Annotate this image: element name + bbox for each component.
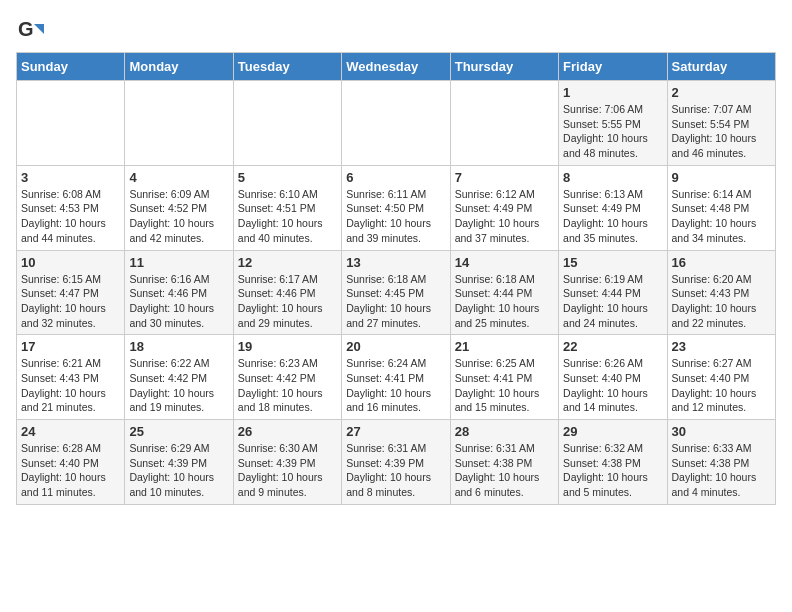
calendar-cell: 3Sunrise: 6:08 AMSunset: 4:53 PMDaylight… [17, 165, 125, 250]
day-number: 23 [672, 339, 771, 354]
calendar-cell: 23Sunrise: 6:27 AMSunset: 4:40 PMDayligh… [667, 335, 775, 420]
calendar-cell [125, 81, 233, 166]
day-number: 20 [346, 339, 445, 354]
calendar-cell: 2Sunrise: 7:07 AMSunset: 5:54 PMDaylight… [667, 81, 775, 166]
day-detail: Sunrise: 6:11 AMSunset: 4:50 PMDaylight:… [346, 188, 431, 244]
col-header-tuesday: Tuesday [233, 53, 341, 81]
day-detail: Sunrise: 6:23 AMSunset: 4:42 PMDaylight:… [238, 357, 323, 413]
calendar-week-2: 3Sunrise: 6:08 AMSunset: 4:53 PMDaylight… [17, 165, 776, 250]
calendar-cell: 10Sunrise: 6:15 AMSunset: 4:47 PMDayligh… [17, 250, 125, 335]
day-detail: Sunrise: 6:31 AMSunset: 4:39 PMDaylight:… [346, 442, 431, 498]
day-number: 4 [129, 170, 228, 185]
day-detail: Sunrise: 6:20 AMSunset: 4:43 PMDaylight:… [672, 273, 757, 329]
day-detail: Sunrise: 6:10 AMSunset: 4:51 PMDaylight:… [238, 188, 323, 244]
calendar-cell: 5Sunrise: 6:10 AMSunset: 4:51 PMDaylight… [233, 165, 341, 250]
day-number: 13 [346, 255, 445, 270]
day-detail: Sunrise: 6:15 AMSunset: 4:47 PMDaylight:… [21, 273, 106, 329]
day-detail: Sunrise: 6:26 AMSunset: 4:40 PMDaylight:… [563, 357, 648, 413]
calendar-cell [342, 81, 450, 166]
calendar-cell: 16Sunrise: 6:20 AMSunset: 4:43 PMDayligh… [667, 250, 775, 335]
day-number: 28 [455, 424, 554, 439]
header-row: SundayMondayTuesdayWednesdayThursdayFrid… [17, 53, 776, 81]
calendar-cell: 19Sunrise: 6:23 AMSunset: 4:42 PMDayligh… [233, 335, 341, 420]
day-detail: Sunrise: 6:18 AMSunset: 4:45 PMDaylight:… [346, 273, 431, 329]
calendar-cell: 15Sunrise: 6:19 AMSunset: 4:44 PMDayligh… [559, 250, 667, 335]
page-header: G [16, 16, 776, 44]
day-detail: Sunrise: 6:21 AMSunset: 4:43 PMDaylight:… [21, 357, 106, 413]
day-detail: Sunrise: 7:06 AMSunset: 5:55 PMDaylight:… [563, 103, 648, 159]
day-detail: Sunrise: 6:24 AMSunset: 4:41 PMDaylight:… [346, 357, 431, 413]
calendar-cell: 26Sunrise: 6:30 AMSunset: 4:39 PMDayligh… [233, 420, 341, 505]
day-number: 10 [21, 255, 120, 270]
col-header-sunday: Sunday [17, 53, 125, 81]
day-number: 19 [238, 339, 337, 354]
day-number: 25 [129, 424, 228, 439]
day-number: 30 [672, 424, 771, 439]
day-detail: Sunrise: 6:31 AMSunset: 4:38 PMDaylight:… [455, 442, 540, 498]
calendar-week-1: 1Sunrise: 7:06 AMSunset: 5:55 PMDaylight… [17, 81, 776, 166]
calendar-cell: 14Sunrise: 6:18 AMSunset: 4:44 PMDayligh… [450, 250, 558, 335]
day-detail: Sunrise: 6:30 AMSunset: 4:39 PMDaylight:… [238, 442, 323, 498]
col-header-wednesday: Wednesday [342, 53, 450, 81]
day-detail: Sunrise: 6:13 AMSunset: 4:49 PMDaylight:… [563, 188, 648, 244]
day-number: 5 [238, 170, 337, 185]
calendar-cell [450, 81, 558, 166]
calendar-week-5: 24Sunrise: 6:28 AMSunset: 4:40 PMDayligh… [17, 420, 776, 505]
day-number: 18 [129, 339, 228, 354]
day-number: 3 [21, 170, 120, 185]
day-detail: Sunrise: 6:17 AMSunset: 4:46 PMDaylight:… [238, 273, 323, 329]
calendar-cell [17, 81, 125, 166]
calendar-cell: 22Sunrise: 6:26 AMSunset: 4:40 PMDayligh… [559, 335, 667, 420]
day-detail: Sunrise: 7:07 AMSunset: 5:54 PMDaylight:… [672, 103, 757, 159]
col-header-monday: Monday [125, 53, 233, 81]
day-detail: Sunrise: 6:18 AMSunset: 4:44 PMDaylight:… [455, 273, 540, 329]
calendar-cell: 4Sunrise: 6:09 AMSunset: 4:52 PMDaylight… [125, 165, 233, 250]
day-detail: Sunrise: 6:27 AMSunset: 4:40 PMDaylight:… [672, 357, 757, 413]
col-header-friday: Friday [559, 53, 667, 81]
day-number: 6 [346, 170, 445, 185]
calendar-cell: 27Sunrise: 6:31 AMSunset: 4:39 PMDayligh… [342, 420, 450, 505]
day-number: 29 [563, 424, 662, 439]
svg-marker-1 [34, 24, 44, 34]
day-number: 15 [563, 255, 662, 270]
calendar-cell: 12Sunrise: 6:17 AMSunset: 4:46 PMDayligh… [233, 250, 341, 335]
logo-icon: G [16, 16, 44, 44]
calendar-cell: 1Sunrise: 7:06 AMSunset: 5:55 PMDaylight… [559, 81, 667, 166]
calendar-cell: 11Sunrise: 6:16 AMSunset: 4:46 PMDayligh… [125, 250, 233, 335]
calendar-cell: 6Sunrise: 6:11 AMSunset: 4:50 PMDaylight… [342, 165, 450, 250]
calendar-cell: 18Sunrise: 6:22 AMSunset: 4:42 PMDayligh… [125, 335, 233, 420]
calendar-week-3: 10Sunrise: 6:15 AMSunset: 4:47 PMDayligh… [17, 250, 776, 335]
calendar-week-4: 17Sunrise: 6:21 AMSunset: 4:43 PMDayligh… [17, 335, 776, 420]
day-number: 24 [21, 424, 120, 439]
day-number: 2 [672, 85, 771, 100]
col-header-thursday: Thursday [450, 53, 558, 81]
day-detail: Sunrise: 6:33 AMSunset: 4:38 PMDaylight:… [672, 442, 757, 498]
day-detail: Sunrise: 6:22 AMSunset: 4:42 PMDaylight:… [129, 357, 214, 413]
day-number: 1 [563, 85, 662, 100]
day-detail: Sunrise: 6:25 AMSunset: 4:41 PMDaylight:… [455, 357, 540, 413]
calendar-cell: 7Sunrise: 6:12 AMSunset: 4:49 PMDaylight… [450, 165, 558, 250]
calendar-cell: 29Sunrise: 6:32 AMSunset: 4:38 PMDayligh… [559, 420, 667, 505]
svg-text:G: G [18, 18, 34, 40]
day-number: 7 [455, 170, 554, 185]
day-number: 14 [455, 255, 554, 270]
day-detail: Sunrise: 6:32 AMSunset: 4:38 PMDaylight:… [563, 442, 648, 498]
calendar-cell: 9Sunrise: 6:14 AMSunset: 4:48 PMDaylight… [667, 165, 775, 250]
calendar-cell: 24Sunrise: 6:28 AMSunset: 4:40 PMDayligh… [17, 420, 125, 505]
calendar-cell: 20Sunrise: 6:24 AMSunset: 4:41 PMDayligh… [342, 335, 450, 420]
day-number: 9 [672, 170, 771, 185]
day-detail: Sunrise: 6:14 AMSunset: 4:48 PMDaylight:… [672, 188, 757, 244]
calendar-cell: 30Sunrise: 6:33 AMSunset: 4:38 PMDayligh… [667, 420, 775, 505]
day-number: 12 [238, 255, 337, 270]
day-number: 27 [346, 424, 445, 439]
calendar-table: SundayMondayTuesdayWednesdayThursdayFrid… [16, 52, 776, 505]
calendar-cell: 25Sunrise: 6:29 AMSunset: 4:39 PMDayligh… [125, 420, 233, 505]
day-number: 22 [563, 339, 662, 354]
day-number: 26 [238, 424, 337, 439]
col-header-saturday: Saturday [667, 53, 775, 81]
day-number: 17 [21, 339, 120, 354]
day-detail: Sunrise: 6:28 AMSunset: 4:40 PMDaylight:… [21, 442, 106, 498]
day-number: 8 [563, 170, 662, 185]
logo: G [16, 16, 48, 44]
day-detail: Sunrise: 6:19 AMSunset: 4:44 PMDaylight:… [563, 273, 648, 329]
